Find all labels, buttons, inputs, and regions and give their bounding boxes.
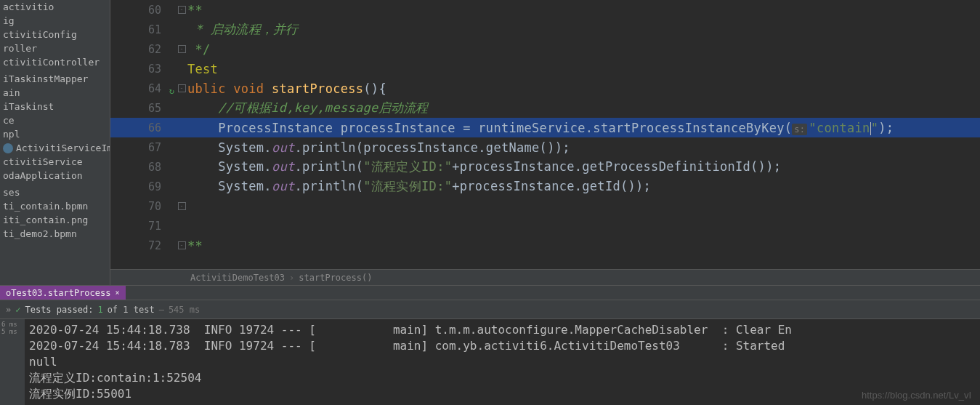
editor[interactable]: 60-**61 * 启动流程，并行62- */63Test64↻-ublic v…: [110, 0, 980, 285]
tree-item-label: iTaskinstMapper: [3, 73, 88, 84]
code-line[interactable]: 61 * 启动流程，并行: [110, 20, 980, 39]
code-text[interactable]: * 启动流程，并行: [187, 21, 299, 38]
chevron-right-icon: ›: [289, 273, 294, 283]
tree-item[interactable]: npl: [0, 127, 110, 141]
tree-item-label: iti_contain.png: [3, 214, 88, 225]
console-line[interactable]: 2020-07-24 15:44:18.783 INFO 19724 --- […: [29, 338, 976, 354]
test-time-badge: 6 ms: [0, 321, 25, 328]
tree-item-label: roller: [3, 43, 37, 54]
code-text[interactable]: ublic void startProcess(){: [187, 81, 386, 96]
tests-passed-count: 1: [97, 305, 102, 315]
check-icon: ✓: [15, 305, 20, 315]
tree-item[interactable]: ses: [0, 185, 110, 199]
vcs-change-icon[interactable]: ↻: [164, 86, 174, 96]
tests-dash: –: [159, 305, 164, 315]
tree-item-label: ce: [3, 115, 15, 126]
line-number[interactable]: 64↻: [110, 82, 176, 95]
line-number[interactable]: 70: [110, 200, 176, 213]
tree-item-label: ActivitiServiceImpl: [16, 143, 110, 153]
console-panel: 6 ms5 ms 2020-07-24 15:44:18.738 INFO 19…: [0, 318, 980, 405]
code-text[interactable]: ProcessInstance processInstance = runtim…: [187, 121, 894, 135]
tree-item[interactable]: ctivitiController: [0, 55, 110, 69]
tree-item[interactable]: ig: [0, 14, 110, 28]
fold-toggle[interactable]: -: [176, 45, 187, 53]
console-line[interactable]: 流程定义ID:contain:1:52504: [29, 370, 976, 386]
tests-passed-label: Tests passed:: [25, 305, 93, 315]
code-text[interactable]: //可根据id,key,message启动流程: [187, 100, 429, 116]
fold-toggle[interactable]: -: [176, 84, 187, 92]
class-icon: [3, 143, 13, 153]
test-time-badge: 5 ms: [0, 328, 25, 335]
run-tab-bar: oTest03.startProcess ×: [0, 285, 980, 300]
line-number[interactable]: 65: [110, 102, 176, 115]
tree-item[interactable]: odaApplication: [0, 169, 110, 183]
tests-total: of 1 test: [108, 305, 155, 315]
tree-item[interactable]: iTaskinst: [0, 100, 110, 113]
tree-item-label: npl: [3, 129, 20, 140]
tree-item[interactable]: iti_contain.png: [0, 213, 110, 227]
tree-item[interactable]: roller: [0, 41, 110, 55]
tree-item-label: ti_contain.bpmn: [3, 201, 88, 212]
code-line[interactable]: 65 //可根据id,key,message启动流程: [110, 98, 980, 118]
console-output[interactable]: 2020-07-24 15:44:18.738 INFO 19724 --- […: [25, 319, 980, 405]
project-tree[interactable]: activitioigctivitiConfigrollerctivitiCon…: [0, 0, 110, 285]
line-number[interactable]: 63: [110, 63, 176, 76]
tree-item[interactable]: iTaskinstMapper: [0, 72, 110, 86]
breadcrumb[interactable]: ActivitiDemoTest03 › startProcess(): [110, 269, 980, 285]
breadcrumb-method[interactable]: startProcess(): [299, 273, 372, 283]
console-line[interactable]: 2020-07-24 15:44:18.738 INFO 19724 --- […: [29, 322, 976, 338]
run-config-tab[interactable]: oTest03.startProcess ×: [0, 286, 126, 300]
tree-item[interactable]: ctivitiConfig: [0, 28, 110, 41]
line-number[interactable]: 67: [110, 141, 176, 154]
tree-item-label: ctivitiController: [3, 57, 100, 68]
code-text[interactable]: System.out.println("流程定义ID:"+processInst…: [187, 159, 781, 175]
code-line[interactable]: 60-**: [110, 0, 980, 20]
line-number[interactable]: 61: [110, 23, 176, 36]
tree-item-label: ctivitiService: [3, 156, 83, 167]
code-line[interactable]: 71: [110, 216, 980, 236]
code-line[interactable]: 70-: [110, 196, 980, 216]
code-line[interactable]: 72-**: [110, 236, 980, 255]
tree-item-label: iTaskinst: [3, 101, 54, 112]
fold-toggle[interactable]: -: [176, 241, 187, 249]
line-number[interactable]: 62: [110, 43, 176, 56]
test-status-bar: » ✓ Tests passed: 1 of 1 test – 545 ms: [0, 300, 980, 318]
tree-item[interactable]: ti_demo2.bpmn: [0, 227, 110, 241]
tree-item-label: ain: [3, 87, 20, 98]
code-text[interactable]: System.out.println("流程实例ID:"+processInst…: [187, 178, 651, 195]
fold-toggle[interactable]: -: [176, 6, 187, 14]
tree-item[interactable]: ctivitiService: [0, 155, 110, 169]
console-line[interactable]: null: [29, 354, 976, 370]
tree-item[interactable]: ti_contain.bpmn: [0, 199, 110, 213]
line-number[interactable]: 60: [110, 4, 176, 17]
chevron-right-icon[interactable]: »: [6, 305, 11, 315]
code-text[interactable]: */: [187, 42, 211, 57]
tree-item-label: ctivitiConfig: [3, 29, 77, 40]
code-text[interactable]: **: [187, 238, 203, 253]
line-number[interactable]: 71: [110, 220, 176, 233]
console-line[interactable]: 流程实例ID:55001: [29, 386, 976, 402]
tree-item[interactable]: ain: [0, 86, 110, 100]
tree-item[interactable]: activitio: [0, 0, 110, 14]
code-text[interactable]: System.out.println(processInstance.getNa…: [187, 140, 570, 155]
tree-item[interactable]: ce: [0, 113, 110, 127]
fold-toggle[interactable]: -: [176, 202, 187, 210]
line-number[interactable]: 68: [110, 161, 176, 174]
line-number[interactable]: 69: [110, 180, 176, 193]
close-icon[interactable]: ×: [116, 289, 120, 297]
line-number[interactable]: 72: [110, 239, 176, 252]
code-line[interactable]: 64↻-ublic void startProcess(){: [110, 79, 980, 98]
breadcrumb-class[interactable]: ActivitiDemoTest03: [190, 273, 285, 283]
code-line[interactable]: 66 ProcessInstance processInstance = run…: [110, 118, 980, 137]
code-line[interactable]: 69 System.out.println("流程实例ID:"+processI…: [110, 177, 980, 196]
tree-item[interactable]: ActivitiServiceImpl: [0, 141, 110, 155]
line-number[interactable]: 66: [110, 121, 176, 135]
code-line[interactable]: 62- */: [110, 39, 980, 59]
code-line[interactable]: 63Test: [110, 59, 980, 79]
tree-item-label: ig: [3, 15, 15, 26]
code-line[interactable]: 67 System.out.println(processInstance.ge…: [110, 137, 980, 157]
code-line[interactable]: 68 System.out.println("流程定义ID:"+processI…: [110, 157, 980, 177]
code-text[interactable]: Test: [187, 62, 218, 76]
tree-item-label: ses: [3, 187, 20, 198]
code-text[interactable]: **: [187, 3, 203, 17]
